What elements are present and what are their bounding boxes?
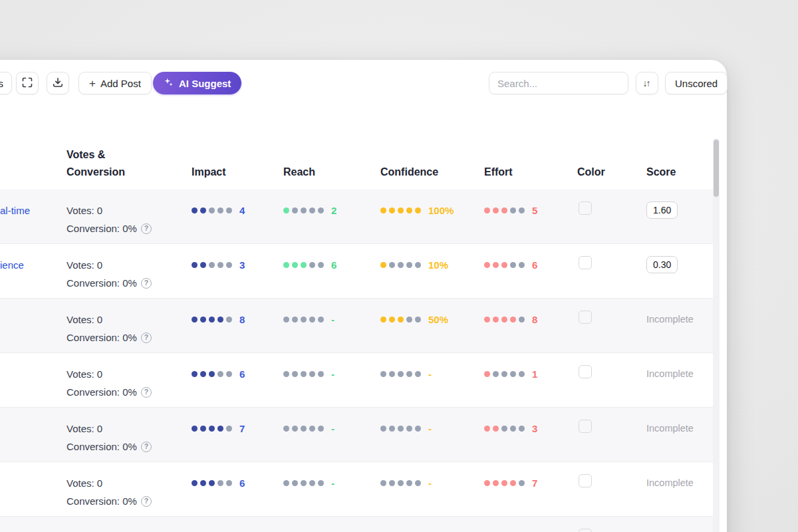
- impact-cell: 7: [192, 408, 283, 438]
- effort-rating-dots[interactable]: [484, 207, 525, 213]
- effort-cell: 7: [484, 462, 577, 492]
- clipped-button-label: s: [0, 78, 3, 89]
- dot: [292, 262, 298, 268]
- help-icon[interactable]: ?: [141, 387, 152, 398]
- confidence-value: 10%: [428, 259, 448, 271]
- help-icon[interactable]: ?: [141, 223, 152, 234]
- confidence-value: -: [428, 477, 432, 489]
- add-post-label: Add Post: [100, 78, 141, 89]
- help-icon[interactable]: ?: [141, 332, 152, 343]
- color-swatch[interactable]: [579, 256, 592, 269]
- dot: [217, 207, 223, 213]
- header-reach: Reach: [283, 164, 380, 181]
- impact-cell: 8: [192, 299, 283, 329]
- impact-rating-dots[interactable]: [192, 480, 232, 486]
- effort-rating-dots[interactable]: [484, 317, 525, 323]
- download-button[interactable]: [47, 72, 69, 94]
- dot: [415, 371, 421, 377]
- impact-rating-dots[interactable]: [192, 207, 232, 213]
- confidence-value: 100%: [428, 205, 454, 216]
- confidence-rating-dots[interactable]: [380, 480, 421, 486]
- help-icon[interactable]: ?: [141, 442, 152, 452]
- reach-rating-dots[interactable]: [283, 480, 324, 486]
- post-title-cell: [0, 299, 66, 352]
- dot: [510, 426, 516, 432]
- effort-value: 7: [532, 477, 537, 489]
- dot: [389, 371, 395, 377]
- color-swatch[interactable]: [579, 474, 592, 487]
- color-swatch[interactable]: [579, 311, 592, 324]
- impact-rating-dots[interactable]: [192, 262, 232, 268]
- confidence-rating-dots[interactable]: [380, 317, 421, 323]
- dot: [398, 317, 404, 323]
- effort-cell: 3: [484, 408, 577, 438]
- effort-rating-dots[interactable]: [484, 426, 525, 432]
- dot: [519, 371, 525, 377]
- table-row[interactable]: Votes: 0Conversion: 0%?5--8Incomplete: [0, 517, 719, 532]
- reach-rating-dots[interactable]: [283, 317, 324, 323]
- confidence-rating-dots[interactable]: [380, 371, 421, 377]
- dot: [415, 480, 421, 486]
- table-row[interactable]: Votes: 0Conversion: 0%?7--3Incomplete: [0, 408, 719, 462]
- dot: [309, 207, 315, 213]
- table-row[interactable]: Votes: 0Conversion: 0%?6--1Incomplete: [0, 353, 719, 408]
- effort-rating-dots[interactable]: [484, 371, 525, 377]
- dot: [493, 480, 499, 486]
- post-title-link[interactable]: ience: [0, 256, 24, 274]
- color-swatch[interactable]: [579, 365, 592, 378]
- dot: [510, 207, 516, 213]
- effort-rating-dots[interactable]: [484, 480, 525, 486]
- search-input[interactable]: [489, 72, 628, 94]
- confidence-cell: -: [380, 353, 484, 383]
- dot: [309, 480, 315, 486]
- dot: [200, 207, 206, 213]
- confidence-rating-dots[interactable]: [380, 426, 421, 432]
- votes-count: Votes: 0: [66, 529, 192, 532]
- dot: [519, 317, 525, 323]
- dot: [209, 426, 215, 432]
- add-post-button[interactable]: + Add Post: [78, 72, 152, 94]
- confidence-rating-dots[interactable]: [380, 207, 421, 213]
- unscored-filter-button[interactable]: Unscored: [665, 72, 728, 94]
- color-swatch[interactable]: [579, 420, 592, 433]
- post-title-link[interactable]: al-time: [0, 201, 30, 219]
- impact-rating-dots[interactable]: [192, 317, 232, 323]
- votes-count: Votes: 0: [66, 420, 192, 438]
- dot: [200, 262, 206, 268]
- confidence-rating-dots[interactable]: [380, 262, 421, 268]
- effort-rating-dots[interactable]: [484, 262, 525, 268]
- table-row[interactable]: Votes: 0Conversion: 0%?6--7Incomplete: [0, 462, 719, 517]
- votes-count: Votes: 0: [66, 201, 192, 219]
- color-swatch[interactable]: [579, 529, 592, 532]
- scrollbar-thumb[interactable]: [714, 140, 719, 197]
- color-swatch[interactable]: [579, 201, 592, 215]
- expand-button[interactable]: [16, 72, 39, 94]
- reach-rating-dots[interactable]: [283, 207, 324, 213]
- reach-rating-dots[interactable]: [283, 426, 324, 432]
- sort-button[interactable]: ↓↑: [636, 72, 658, 94]
- help-icon[interactable]: ?: [141, 278, 152, 289]
- help-icon[interactable]: ?: [141, 496, 152, 507]
- impact-cell: 5: [192, 517, 283, 532]
- table-row[interactable]: ienceVotes: 0Conversion: 0%?3610%60.30: [0, 244, 719, 299]
- dot: [309, 426, 315, 432]
- clipped-left-button[interactable]: s: [0, 72, 12, 94]
- dot: [292, 426, 298, 432]
- dot: [301, 262, 307, 268]
- reach-cell: 2: [283, 190, 380, 219]
- ai-suggest-button[interactable]: AI Suggest: [153, 72, 241, 94]
- scrollbar[interactable]: [713, 138, 720, 532]
- table-row[interactable]: al-timeVotes: 0Conversion: 0%?42100%51.6…: [0, 190, 719, 244]
- impact-rating-dots[interactable]: [192, 371, 232, 377]
- dot: [406, 426, 412, 432]
- dot: [501, 480, 507, 486]
- dot: [301, 371, 307, 377]
- dot: [318, 262, 324, 268]
- reach-rating-dots[interactable]: [283, 262, 324, 268]
- confidence-value: -: [428, 368, 432, 380]
- impact-value: 6: [239, 368, 245, 380]
- table-row[interactable]: Votes: 0Conversion: 0%?8-50%8Incomplete: [0, 299, 719, 353]
- impact-rating-dots[interactable]: [192, 426, 232, 432]
- post-title-cell: ience: [0, 244, 66, 298]
- reach-rating-dots[interactable]: [283, 371, 324, 377]
